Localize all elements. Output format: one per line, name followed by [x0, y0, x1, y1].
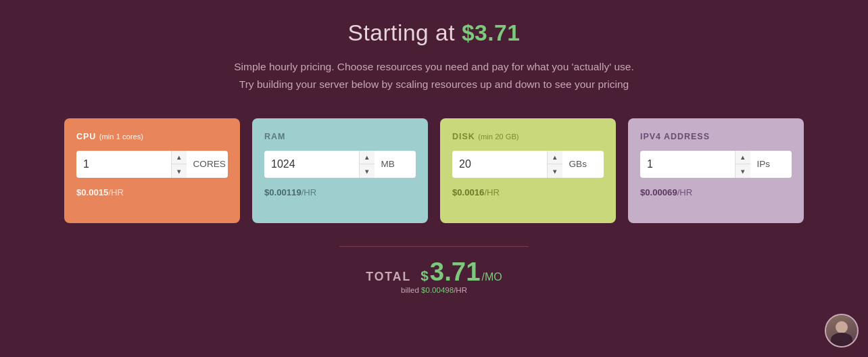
disk-input-row: ▲ ▼ GBs — [452, 151, 604, 178]
cpu-spinner: ▲ ▼ — [171, 151, 187, 178]
ram-spinner: ▲ ▼ — [359, 151, 375, 178]
ipv4-increment[interactable]: ▲ — [736, 151, 750, 165]
ipv4-card: IPv4 Address ▲ ▼ IPs $0.00069/HR — [628, 118, 804, 223]
ram-increment[interactable]: ▲ — [360, 151, 375, 165]
page-title: Starting at $3.71 — [348, 20, 521, 46]
disk-unit: GBs — [562, 159, 594, 169]
disk-decrement[interactable]: ▼ — [548, 164, 562, 178]
ram-input-row: ▲ ▼ MB — [264, 151, 416, 178]
user-avatar[interactable] — [825, 314, 859, 348]
subtitle: Simple hourly pricing. Choose resources … — [234, 58, 634, 94]
billed-label: billed — [401, 286, 421, 294]
total-amount: $ 3.71 /MO — [420, 259, 502, 285]
disk-increment[interactable]: ▲ — [548, 151, 562, 165]
total-period: /MO — [482, 271, 502, 283]
ipv4-card-label: IPv4 Address — [640, 132, 792, 141]
total-number: 3.71 — [430, 259, 481, 285]
ram-card: RAM ▲ ▼ MB $0.00119/HR — [252, 118, 428, 223]
total-dollar-sign: $ — [420, 268, 429, 284]
resource-cards: CPU (min 1 cores) ▲ ▼ CORES $0.0015/HR R… — [35, 118, 833, 223]
disk-card: DISK (min 20 GB) ▲ ▼ GBs $0.0016/HR — [440, 118, 616, 223]
cpu-rate: $0.0015/HR — [76, 187, 228, 197]
cpu-unit: CORES — [187, 159, 228, 169]
billed-amount: $0.00498 — [421, 286, 454, 294]
avatar-image — [826, 315, 857, 346]
ram-unit: MB — [375, 159, 402, 169]
subtitle-line1: Simple hourly pricing. Choose resources … — [234, 58, 634, 76]
divider — [339, 246, 529, 247]
ipv4-unit: IPs — [750, 159, 777, 169]
cpu-decrement[interactable]: ▼ — [172, 164, 187, 178]
ipv4-decrement[interactable]: ▼ — [736, 164, 750, 178]
avatar-head — [836, 321, 848, 333]
cpu-card-label: CPU (min 1 cores) — [76, 132, 228, 141]
ram-decrement[interactable]: ▼ — [360, 164, 375, 178]
ipv4-input[interactable] — [640, 158, 735, 170]
total-label: TOTAL — [366, 270, 411, 284]
ram-card-label: RAM — [264, 132, 416, 141]
subtitle-line2: Try building your server below by scalin… — [234, 76, 634, 93]
title-prefix: Starting at — [348, 20, 462, 45]
billed-period: /HR — [454, 286, 467, 294]
cpu-input-row: ▲ ▼ CORES — [76, 151, 228, 178]
total-section: TOTAL $ 3.71 /MO — [366, 259, 502, 285]
avatar-body — [831, 333, 852, 346]
disk-input[interactable] — [452, 158, 547, 170]
cpu-input[interactable] — [76, 158, 171, 170]
disk-spinner: ▲ ▼ — [547, 151, 562, 178]
ram-input[interactable] — [264, 158, 359, 170]
cpu-increment[interactable]: ▲ — [172, 151, 187, 165]
starting-price: $3.71 — [462, 20, 521, 45]
billed-row: billed $0.00498/HR — [401, 286, 467, 294]
disk-rate: $0.0016/HR — [452, 187, 604, 197]
disk-card-label: DISK (min 20 GB) — [452, 132, 604, 141]
ipv4-spinner: ▲ ▼ — [735, 151, 750, 178]
ram-rate: $0.00119/HR — [264, 187, 416, 197]
ipv4-rate: $0.00069/HR — [640, 187, 792, 197]
ipv4-input-row: ▲ ▼ IPs — [640, 151, 792, 178]
cpu-card: CPU (min 1 cores) ▲ ▼ CORES $0.0015/HR — [64, 118, 240, 223]
